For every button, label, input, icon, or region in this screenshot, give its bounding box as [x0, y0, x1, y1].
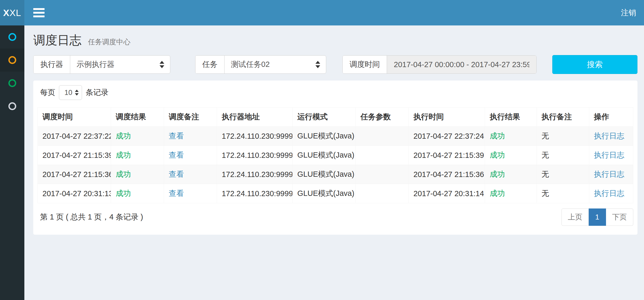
cell-text: 2017-04-27 22:37:22 [38, 127, 111, 146]
search-button[interactable]: 搜索 [552, 55, 637, 74]
status-text: 成功 [490, 189, 505, 197]
next-page-button[interactable]: 下页 [606, 208, 633, 226]
page-title: 调度日志 [33, 33, 81, 47]
status-text: 成功 [116, 189, 131, 197]
table-header-row: 调度时间调度结果调度备注执行器地址运行模式任务参数执行时间执行结果执行备注操作 [38, 108, 633, 127]
trigger-time-range-input[interactable] [387, 56, 536, 73]
column-header-4: 执行器地址 [217, 108, 293, 127]
executor-select[interactable]: 示例执行器 [70, 56, 170, 73]
cell-text: 172.24.110.230:9999 [217, 146, 293, 165]
cell-text: 2017-04-27 20:31:14 [409, 184, 485, 203]
prev-page-button[interactable]: 上页 [561, 208, 589, 226]
cell-text [356, 184, 408, 203]
column-header-2: 调度结果 [111, 108, 164, 127]
view-trigger-msg-link[interactable]: 查看 [169, 189, 184, 197]
cell-text: 无 [537, 165, 589, 184]
pagination-info: 第 1 页 ( 总共 1 页，4 条记录 ) [40, 212, 143, 222]
cell-text: 2017-04-27 21:15:36 [38, 165, 111, 184]
sidebar-toggle-button[interactable] [24, 0, 53, 25]
top-navbar: XXL 注销 [0, 0, 644, 25]
column-header-3: 调度备注 [164, 108, 217, 127]
cell-text: 2017-04-27 21:15:36 [409, 165, 485, 184]
cell-text: 172.24.110.230:9999 [217, 184, 293, 203]
executor-label: 执行器 [34, 56, 70, 73]
table-row: 2017-04-27 20:31:13成功查看172.24.110.230:99… [38, 184, 633, 203]
cell-text: GLUE模式(Java) [292, 127, 356, 146]
select-arrows-icon [160, 61, 164, 68]
content-area: 调度日志 任务调度中心 执行器 示例执行器 任务 测试任务02 调度时间 搜索 … [24, 25, 644, 300]
table-footer: 第 1 页 ( 总共 1 页，4 条记录 ) 上页 1 下页 [37, 208, 633, 226]
sidebar-menu-item-3[interactable] [0, 72, 24, 95]
column-header-9: 执行备注 [537, 108, 589, 127]
page-subtitle: 任务调度中心 [88, 38, 130, 46]
sidebar-menu-item-1[interactable] [0, 25, 24, 49]
cell-text: 无 [537, 184, 589, 203]
table-row: 2017-04-27 21:15:39成功查看172.24.110.230:99… [38, 146, 633, 165]
status-text: 成功 [490, 170, 505, 178]
page-length-select[interactable]: 10 [59, 85, 82, 100]
cell-text [356, 165, 408, 184]
cell-text: GLUE模式(Java) [292, 165, 356, 184]
page-length-value: 10 [64, 89, 72, 97]
column-header-10: 操作 [589, 108, 633, 127]
exec-log-link[interactable]: 执行日志 [594, 189, 624, 197]
exec-log-link[interactable]: 执行日志 [594, 170, 624, 178]
app-logo-bold: X [3, 8, 9, 18]
cell-text: 无 [537, 127, 589, 146]
circle-icon [8, 79, 16, 87]
navbar: 注销 [24, 0, 644, 25]
log-table-panel: 每页 10 条记录 调度时间调度结果调度备注执行器地址运行模式任务参数执行时间执… [33, 81, 637, 235]
sidebar-menu-item-4[interactable] [0, 95, 24, 118]
exec-log-link[interactable]: 执行日志 [594, 132, 624, 140]
app-logo[interactable]: XXL [0, 0, 24, 25]
page-length-row: 每页 10 条记录 [37, 85, 633, 100]
status-text: 成功 [116, 170, 131, 178]
pagination: 上页 1 下页 [561, 208, 633, 226]
column-header-5: 运行模式 [292, 108, 356, 127]
circle-icon [8, 102, 16, 110]
logout-link[interactable]: 注销 [613, 8, 644, 18]
column-header-6: 任务参数 [356, 108, 408, 127]
select-arrows-icon [75, 90, 79, 95]
select-arrows-icon [315, 61, 320, 68]
column-header-7: 执行时间 [409, 108, 485, 127]
cell-text: GLUE模式(Java) [292, 184, 356, 203]
table-row: 2017-04-27 22:37:22成功查看172.24.110.230:99… [38, 127, 633, 146]
trigger-time-filter-group: 调度时间 [342, 55, 537, 74]
filter-bar: 执行器 示例执行器 任务 测试任务02 调度时间 搜索 [24, 55, 644, 74]
cell-text: 2017-04-27 21:15:39 [409, 146, 485, 165]
page-length-suffix: 条记录 [86, 87, 108, 98]
cell-text: 2017-04-27 20:31:13 [38, 184, 111, 203]
trigger-time-label: 调度时间 [343, 56, 387, 73]
sidebar-menu-item-2[interactable] [0, 49, 24, 72]
job-filter-group: 任务 测试任务02 [195, 55, 326, 74]
cell-text: 2017-04-27 22:37:24 [409, 127, 485, 146]
cell-text [356, 127, 408, 146]
cell-text [356, 146, 408, 165]
job-label: 任务 [195, 56, 224, 73]
column-header-1: 调度时间 [38, 108, 111, 127]
circle-icon [8, 33, 16, 41]
cell-text: 172.24.110.230:9999 [217, 165, 293, 184]
circle-icon [8, 56, 16, 64]
executor-selected-value: 示例执行器 [77, 59, 114, 70]
log-table: 调度时间调度结果调度备注执行器地址运行模式任务参数执行时间执行结果执行备注操作 … [37, 107, 633, 203]
exec-log-link[interactable]: 执行日志 [594, 151, 624, 159]
current-page-button[interactable]: 1 [589, 208, 606, 226]
executor-filter-group: 执行器 示例执行器 [33, 55, 170, 74]
page-length-prefix: 每页 [40, 87, 55, 98]
job-selected-value: 测试任务02 [231, 59, 270, 70]
cell-text: 2017-04-27 21:15:39 [38, 146, 111, 165]
view-trigger-msg-link[interactable]: 查看 [169, 132, 184, 140]
status-text: 成功 [490, 132, 505, 140]
job-select[interactable]: 测试任务02 [224, 56, 326, 73]
status-text: 成功 [116, 151, 131, 159]
sidebar [0, 25, 24, 300]
hamburger-icon [33, 12, 45, 14]
view-trigger-msg-link[interactable]: 查看 [169, 170, 184, 178]
view-trigger-msg-link[interactable]: 查看 [169, 151, 184, 159]
column-header-8: 执行结果 [485, 108, 537, 127]
table-row: 2017-04-27 21:15:36成功查看172.24.110.230:99… [38, 165, 633, 184]
status-text: 成功 [116, 132, 131, 140]
cell-text: 无 [537, 146, 589, 165]
